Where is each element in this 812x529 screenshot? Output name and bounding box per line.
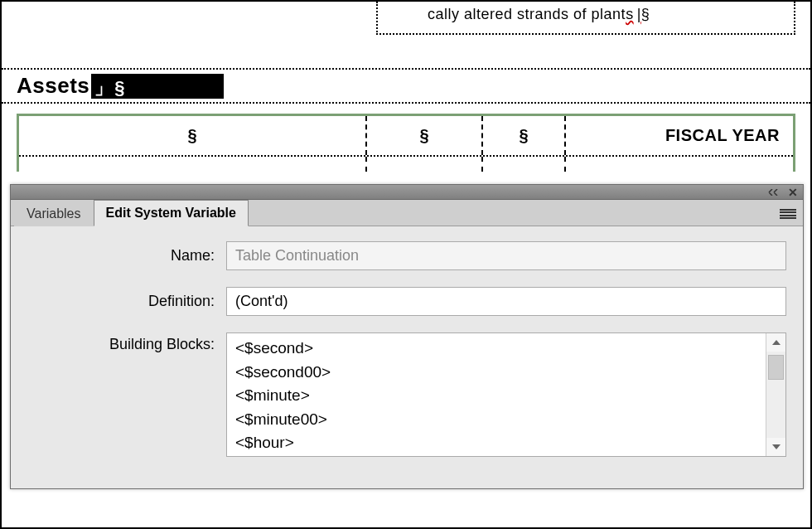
heading-text: Assets [17, 73, 89, 99]
collapse-icon[interactable] [768, 188, 780, 197]
heading-row[interactable]: Assets 」§ [2, 68, 810, 104]
label-building-blocks: Building Blocks: [27, 332, 226, 353]
building-blocks-items: <$second> <$second00> <$minute> <$minute… [227, 333, 766, 456]
list-item[interactable]: <$second00> [235, 361, 757, 385]
variables-panel: ✕ Variables Edit System Variable Name: D… [10, 184, 804, 489]
scrollbar[interactable] [766, 333, 785, 456]
tab-edit-system-variable[interactable]: Edit System Variable [94, 200, 249, 226]
th-col1[interactable]: § [19, 116, 367, 155]
tab-variables[interactable]: Variables [14, 201, 94, 226]
building-blocks-list[interactable]: <$second> <$second00> <$minute> <$minute… [226, 332, 786, 457]
row-name: Name: [27, 241, 786, 270]
input-name [226, 241, 786, 270]
label-name: Name: [27, 247, 226, 264]
table-header-row: § § § FISCAL YEAR [19, 116, 793, 157]
list-item[interactable]: <$minute00> [235, 408, 757, 432]
selection-highlight[interactable]: 」§ [91, 74, 224, 99]
th-col2[interactable]: § [367, 116, 483, 155]
scroll-thumb[interactable] [768, 355, 784, 380]
scroll-track[interactable] [766, 352, 785, 438]
document-area: cally altered strands of plants|§ Assets… [2, 2, 810, 172]
panel-titlebar[interactable]: ✕ [11, 185, 803, 200]
row-building-blocks: Building Blocks: <$second> <$second00> <… [27, 332, 786, 457]
input-definition[interactable] [226, 287, 786, 316]
label-definition: Definition: [27, 293, 226, 310]
th-col3[interactable]: § [483, 116, 566, 155]
th-col4[interactable]: FISCAL YEAR [566, 116, 793, 155]
list-item[interactable]: <$second> [235, 337, 757, 361]
body-text-fragment: cally altered strands of plants|§ [378, 2, 794, 27]
scroll-up-icon[interactable] [766, 333, 785, 352]
panel-body: Name: Definition: Building Blocks: <$sec… [11, 226, 803, 488]
list-item[interactable]: <$minute> [235, 384, 757, 408]
scroll-down-icon[interactable] [766, 438, 785, 456]
panel-tab-bar: Variables Edit System Variable [11, 200, 803, 226]
row-definition: Definition: [27, 287, 786, 316]
close-icon[interactable]: ✕ [788, 187, 798, 198]
list-item[interactable]: <$hour> [235, 431, 757, 455]
assets-table[interactable]: § § § FISCAL YEAR [17, 114, 795, 172]
panel-menu-icon[interactable] [780, 207, 796, 221]
